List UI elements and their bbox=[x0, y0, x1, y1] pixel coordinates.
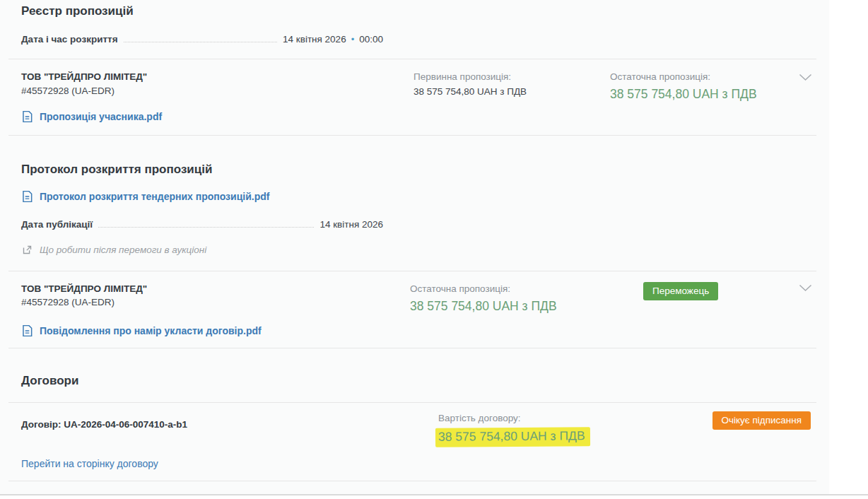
post-auction-help-link[interactable]: Що робити після перемоги в аукціоні bbox=[40, 245, 206, 255]
publication-date-value: 14 квітня 2026 bbox=[319, 219, 383, 230]
publication-date-row: Дата публікації 14 квітня 2026 bbox=[21, 219, 383, 230]
section-contracts: Договори Договір: UA-2026-04-06-007410-a… bbox=[0, 374, 829, 481]
bid-document-link[interactable]: Пропозиція учасника.pdf bbox=[40, 111, 162, 122]
disclosure-date-label: Дата і час розкриття bbox=[21, 34, 118, 45]
external-link-icon bbox=[22, 245, 33, 255]
final-bid-column: Остаточна пропозиція: 38 575 754,80 UAH … bbox=[410, 282, 643, 316]
bullet-separator: • bbox=[351, 34, 355, 45]
bid-card: ТОВ "ТРЕЙДПРО ЛІМІТЕД" #45572928 (UA-EDR… bbox=[0, 59, 829, 104]
contract-page-link[interactable]: Перейти на сторінку договору bbox=[21, 458, 158, 469]
document-icon bbox=[22, 191, 33, 202]
tender-page-viewport: Реєстр пропозицій Дата і час розкриття 1… bbox=[0, 0, 868, 499]
divider bbox=[8, 481, 816, 481]
contract-number: Договір: UA-2026-04-06-007410-a-b1 bbox=[21, 411, 438, 430]
supplier-info: ТОВ "ТРЕЙДПРО ЛІМІТЕД" #45572928 (UA-EDR… bbox=[21, 70, 414, 104]
supplier-edr-id: #45572928 (UA-EDR) bbox=[21, 295, 410, 310]
dotted-leader bbox=[124, 42, 278, 42]
tender-content-area: Реєстр пропозицій Дата і час розкриття 1… bbox=[0, 0, 829, 495]
protocol-document-row: Протокол розкриття тендерних пропозицій.… bbox=[22, 191, 829, 202]
supplier-edr-id: #45572928 (UA-EDR) bbox=[21, 84, 414, 98]
final-bid-label: Остаточна пропозиція: bbox=[610, 70, 799, 84]
highlight-annotation: 38 575 754,80 UAH з ПДВ bbox=[435, 427, 590, 447]
initial-bid-column: Первинна пропозиція: 38 575 754,80 UAH з… bbox=[414, 70, 610, 104]
help-link-row: Що робити після перемоги в аукціоні bbox=[22, 245, 829, 255]
chevron-down-icon bbox=[799, 74, 812, 81]
contract-value-label: Вартість договору: bbox=[438, 411, 712, 425]
initial-bid-label: Первинна пропозиція: bbox=[414, 70, 610, 84]
dotted-leader bbox=[98, 227, 314, 228]
contract-value: 38 575 754,80 UAH з ПДВ bbox=[438, 428, 585, 443]
protocol-document-link[interactable]: Протокол розкриття тендерних пропозицій.… bbox=[40, 191, 269, 202]
award-card: ТОВ "ТРЕЙДПРО ЛІМІТЕД" #45572928 (UA-EDR… bbox=[0, 271, 829, 316]
expand-award-button[interactable] bbox=[799, 282, 812, 316]
contract-info: Договір: UA-2026-04-06-007410-a-b1 bbox=[21, 411, 438, 447]
section-disclosure-protocol: Протокол розкриття пропозицій Протокол р… bbox=[0, 163, 829, 349]
contract-row: Договір: UA-2026-04-06-007410-a-b1 Варті… bbox=[0, 403, 829, 447]
pending-signature-badge: Очікує підписання bbox=[712, 411, 811, 430]
disclosure-time-value: 00:00 bbox=[359, 34, 383, 45]
supplier-name: ТОВ "ТРЕЙДПРО ЛІМІТЕД" bbox=[21, 282, 410, 296]
registry-title: Реєстр пропозицій bbox=[0, 4, 829, 18]
disclosure-date-value: 14 квітня 2026 bbox=[283, 34, 346, 45]
final-bid-value: 38 575 754,80 UAH з ПДВ bbox=[610, 86, 799, 103]
document-icon bbox=[22, 111, 33, 122]
divider bbox=[8, 135, 816, 136]
section-bid-registry: Реєстр пропозицій Дата і час розкриття 1… bbox=[0, 4, 829, 136]
chevron-down-icon bbox=[799, 284, 812, 292]
protocol-title: Протокол розкриття пропозицій bbox=[0, 163, 829, 177]
expand-bid-button[interactable] bbox=[799, 70, 812, 104]
bid-document-row: Пропозиція учасника.pdf bbox=[22, 111, 829, 122]
supplier-name: ТОВ "ТРЕЙДПРО ЛІМІТЕД" bbox=[21, 70, 414, 84]
award-document-link[interactable]: Повідомлення про намір укласти договір.p… bbox=[40, 325, 262, 336]
page-bottom-border bbox=[0, 494, 868, 495]
final-bid-value: 38 575 754,80 UAH з ПДВ bbox=[410, 298, 643, 315]
supplier-info: ТОВ "ТРЕЙДПРО ЛІМІТЕД" #45572928 (UA-EDR… bbox=[21, 282, 410, 316]
contracts-title: Договори bbox=[0, 374, 829, 388]
final-bid-column: Остаточна пропозиція: 38 575 754,80 UAH … bbox=[610, 70, 799, 104]
document-icon bbox=[22, 325, 33, 336]
contract-link-row: Перейти на сторінку договору bbox=[21, 458, 829, 469]
contract-value-column: Вартість договору: 38 575 754,80 UAH з П… bbox=[438, 411, 712, 447]
disclosure-datetime-row: Дата і час розкриття 14 квітня 2026 • 00… bbox=[21, 34, 383, 45]
publication-date-label: Дата публікації bbox=[21, 219, 93, 230]
divider bbox=[8, 348, 816, 348]
winner-badge: Переможець bbox=[643, 282, 718, 300]
final-bid-label: Остаточна пропозиція: bbox=[410, 282, 643, 296]
award-document-row: Повідомлення про намір укласти договір.p… bbox=[22, 325, 829, 336]
initial-bid-value: 38 575 754,80 UAH з ПДВ bbox=[414, 84, 610, 100]
